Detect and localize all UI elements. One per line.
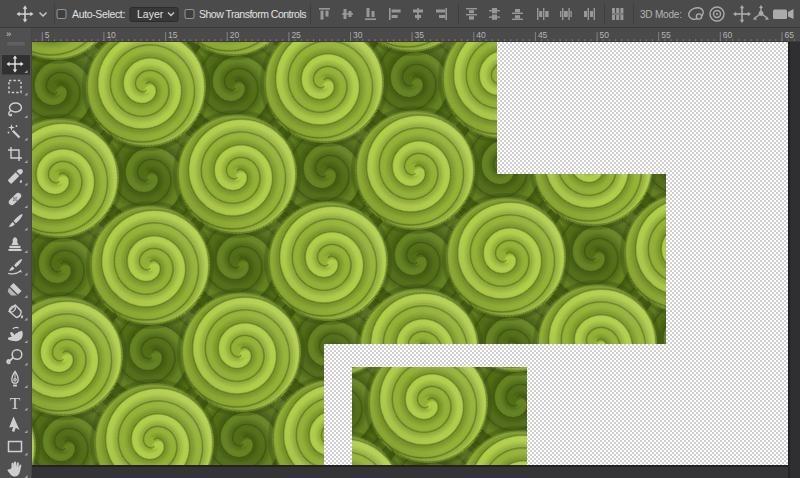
svg-text:50: 50: [600, 30, 610, 40]
svg-text:65: 65: [785, 30, 795, 40]
svg-text:Auto-Select:: Auto-Select:: [72, 8, 125, 20]
svg-text:5: 5: [45, 30, 50, 40]
svg-text:3D Mode:: 3D Mode:: [640, 9, 682, 20]
svg-text:60: 60: [723, 30, 733, 40]
svg-text:10: 10: [106, 30, 116, 40]
svg-text:30: 30: [353, 30, 363, 40]
svg-text:Show Transform Controls: Show Transform Controls: [199, 8, 306, 20]
svg-text:55: 55: [661, 30, 671, 40]
svg-text:25: 25: [291, 30, 301, 40]
svg-text:Layer: Layer: [137, 8, 164, 20]
svg-text:40: 40: [476, 30, 486, 40]
svg-text:T: T: [10, 394, 21, 413]
svg-text:20: 20: [230, 30, 240, 40]
svg-text:45: 45: [538, 30, 548, 40]
svg-text:35: 35: [415, 30, 425, 40]
svg-text:»: »: [6, 28, 11, 39]
svg-text:15: 15: [168, 30, 178, 40]
